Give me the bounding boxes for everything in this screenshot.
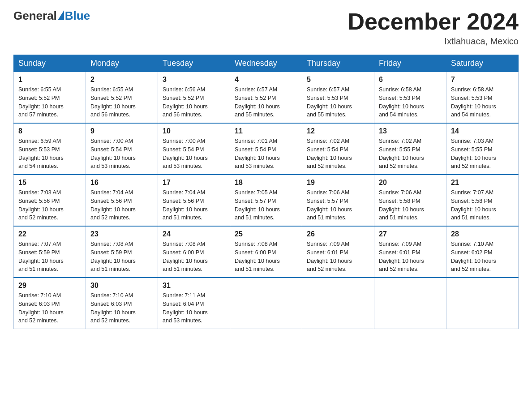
day-info: Sunrise: 7:08 AMSunset: 6:00 PMDaylight:… [235, 240, 297, 274]
table-row: 3Sunrise: 6:56 AMSunset: 5:52 PMDaylight… [158, 72, 230, 124]
calendar-week-row: 15Sunrise: 7:03 AMSunset: 5:56 PMDayligh… [14, 175, 519, 226]
day-info: Sunrise: 6:58 AMSunset: 5:53 PMDaylight:… [451, 86, 514, 119]
day-number: 25 [235, 230, 297, 238]
logo[interactable]: General Blue [13, 9, 90, 23]
month-title: December 2024 [348, 9, 519, 34]
day-info: Sunrise: 6:58 AMSunset: 5:53 PMDaylight:… [379, 86, 442, 119]
day-number: 27 [379, 230, 442, 238]
table-row: 2Sunrise: 6:55 AMSunset: 5:52 PMDaylight… [86, 72, 158, 124]
day-number: 7 [451, 76, 514, 84]
day-info: Sunrise: 7:06 AMSunset: 5:58 PMDaylight:… [379, 188, 442, 222]
day-info: Sunrise: 6:55 AMSunset: 5:52 PMDaylight:… [90, 86, 153, 119]
day-info: Sunrise: 7:02 AMSunset: 5:54 PMDaylight:… [307, 137, 369, 171]
day-info: Sunrise: 7:11 AMSunset: 6:04 PMDaylight:… [163, 291, 225, 325]
day-number: 30 [90, 282, 153, 290]
table-row: 12Sunrise: 7:02 AMSunset: 5:54 PMDayligh… [302, 123, 374, 175]
table-row [446, 278, 519, 329]
day-info: Sunrise: 7:10 AMSunset: 6:03 PMDaylight:… [90, 291, 153, 325]
table-row: 23Sunrise: 7:08 AMSunset: 5:59 PMDayligh… [86, 226, 158, 278]
table-row: 31Sunrise: 7:11 AMSunset: 6:04 PMDayligh… [158, 278, 230, 329]
day-info: Sunrise: 7:06 AMSunset: 5:57 PMDaylight:… [307, 188, 369, 222]
table-row: 4Sunrise: 6:57 AMSunset: 5:52 PMDaylight… [230, 72, 302, 124]
table-row: 24Sunrise: 7:08 AMSunset: 6:00 PMDayligh… [158, 226, 230, 278]
day-info: Sunrise: 7:09 AMSunset: 6:01 PMDaylight:… [307, 240, 369, 274]
day-number: 14 [451, 127, 514, 135]
logo-general-text: General [13, 9, 57, 23]
table-row: 1Sunrise: 6:55 AMSunset: 5:52 PMDaylight… [14, 72, 86, 124]
col-tuesday: Tuesday [158, 55, 230, 72]
day-number: 31 [163, 282, 225, 290]
table-row: 9Sunrise: 7:00 AMSunset: 5:54 PMDaylight… [86, 123, 158, 175]
day-number: 5 [307, 76, 369, 84]
day-number: 8 [18, 127, 81, 135]
table-row: 10Sunrise: 7:00 AMSunset: 5:54 PMDayligh… [158, 123, 230, 175]
day-info: Sunrise: 7:03 AMSunset: 5:56 PMDaylight:… [18, 188, 81, 222]
day-number: 17 [163, 179, 225, 187]
table-row: 21Sunrise: 7:07 AMSunset: 5:58 PMDayligh… [446, 175, 519, 226]
day-number: 28 [451, 230, 514, 238]
day-info: Sunrise: 7:04 AMSunset: 5:56 PMDaylight:… [90, 188, 153, 222]
table-row: 17Sunrise: 7:04 AMSunset: 5:56 PMDayligh… [158, 175, 230, 226]
table-row: 30Sunrise: 7:10 AMSunset: 6:03 PMDayligh… [86, 278, 158, 329]
day-number: 9 [90, 127, 153, 135]
day-info: Sunrise: 7:07 AMSunset: 5:58 PMDaylight:… [451, 188, 514, 222]
table-row: 25Sunrise: 7:08 AMSunset: 6:00 PMDayligh… [230, 226, 302, 278]
day-info: Sunrise: 7:01 AMSunset: 5:54 PMDaylight:… [235, 137, 297, 171]
day-number: 3 [163, 76, 225, 84]
header-row: Sunday Monday Tuesday Wednesday Thursday… [14, 55, 519, 72]
day-info: Sunrise: 7:10 AMSunset: 6:02 PMDaylight:… [451, 240, 514, 274]
calendar-table: Sunday Monday Tuesday Wednesday Thursday… [13, 55, 519, 329]
table-row [230, 278, 302, 329]
calendar-week-row: 29Sunrise: 7:10 AMSunset: 6:03 PMDayligh… [14, 278, 519, 329]
table-row: 27Sunrise: 7:09 AMSunset: 6:01 PMDayligh… [374, 226, 446, 278]
day-number: 24 [163, 230, 225, 238]
day-number: 10 [163, 127, 225, 135]
calendar-week-row: 22Sunrise: 7:07 AMSunset: 5:59 PMDayligh… [14, 226, 519, 278]
table-row: 16Sunrise: 7:04 AMSunset: 5:56 PMDayligh… [86, 175, 158, 226]
logo-blue-text: Blue [65, 9, 90, 23]
day-number: 18 [235, 179, 297, 187]
day-info: Sunrise: 7:07 AMSunset: 5:59 PMDaylight:… [18, 240, 81, 274]
day-info: Sunrise: 7:03 AMSunset: 5:55 PMDaylight:… [451, 137, 514, 171]
day-info: Sunrise: 7:08 AMSunset: 6:00 PMDaylight:… [163, 240, 225, 274]
table-row: 8Sunrise: 6:59 AMSunset: 5:53 PMDaylight… [14, 123, 86, 175]
table-row: 19Sunrise: 7:06 AMSunset: 5:57 PMDayligh… [302, 175, 374, 226]
day-info: Sunrise: 7:00 AMSunset: 5:54 PMDaylight:… [90, 137, 153, 171]
table-row: 22Sunrise: 7:07 AMSunset: 5:59 PMDayligh… [14, 226, 86, 278]
table-row: 7Sunrise: 6:58 AMSunset: 5:53 PMDaylight… [446, 72, 519, 124]
day-number: 6 [379, 76, 442, 84]
day-info: Sunrise: 6:57 AMSunset: 5:52 PMDaylight:… [235, 86, 297, 119]
day-info: Sunrise: 7:05 AMSunset: 5:57 PMDaylight:… [235, 188, 297, 222]
day-number: 4 [235, 76, 297, 84]
day-info: Sunrise: 7:10 AMSunset: 6:03 PMDaylight:… [18, 291, 81, 325]
day-info: Sunrise: 6:57 AMSunset: 5:53 PMDaylight:… [307, 86, 369, 119]
table-row [374, 278, 446, 329]
table-row: 5Sunrise: 6:57 AMSunset: 5:53 PMDaylight… [302, 72, 374, 124]
col-sunday: Sunday [14, 55, 86, 72]
day-number: 20 [379, 179, 442, 187]
day-number: 22 [18, 230, 81, 238]
day-number: 29 [18, 282, 81, 290]
table-row: 6Sunrise: 6:58 AMSunset: 5:53 PMDaylight… [374, 72, 446, 124]
calendar-week-row: 1Sunrise: 6:55 AMSunset: 5:52 PMDaylight… [14, 72, 519, 124]
day-number: 11 [235, 127, 297, 135]
table-row: 13Sunrise: 7:02 AMSunset: 5:55 PMDayligh… [374, 123, 446, 175]
title-section: December 2024 Ixtlahuaca, Mexico [348, 9, 519, 47]
day-info: Sunrise: 7:09 AMSunset: 6:01 PMDaylight:… [379, 240, 442, 274]
calendar-week-row: 8Sunrise: 6:59 AMSunset: 5:53 PMDaylight… [14, 123, 519, 175]
day-number: 26 [307, 230, 369, 238]
table-row [302, 278, 374, 329]
col-thursday: Thursday [302, 55, 374, 72]
day-info: Sunrise: 7:08 AMSunset: 5:59 PMDaylight:… [90, 240, 153, 274]
day-info: Sunrise: 6:59 AMSunset: 5:53 PMDaylight:… [18, 137, 81, 171]
col-friday: Friday [374, 55, 446, 72]
table-row: 15Sunrise: 7:03 AMSunset: 5:56 PMDayligh… [14, 175, 86, 226]
day-info: Sunrise: 6:55 AMSunset: 5:52 PMDaylight:… [18, 86, 81, 119]
logo-triangle-icon [58, 10, 64, 20]
table-row: 11Sunrise: 7:01 AMSunset: 5:54 PMDayligh… [230, 123, 302, 175]
day-number: 1 [18, 76, 81, 84]
day-number: 2 [90, 76, 153, 84]
page-header: General Blue December 2024 Ixtlahuaca, M… [13, 9, 519, 47]
table-row: 18Sunrise: 7:05 AMSunset: 5:57 PMDayligh… [230, 175, 302, 226]
location: Ixtlahuaca, Mexico [348, 36, 519, 47]
